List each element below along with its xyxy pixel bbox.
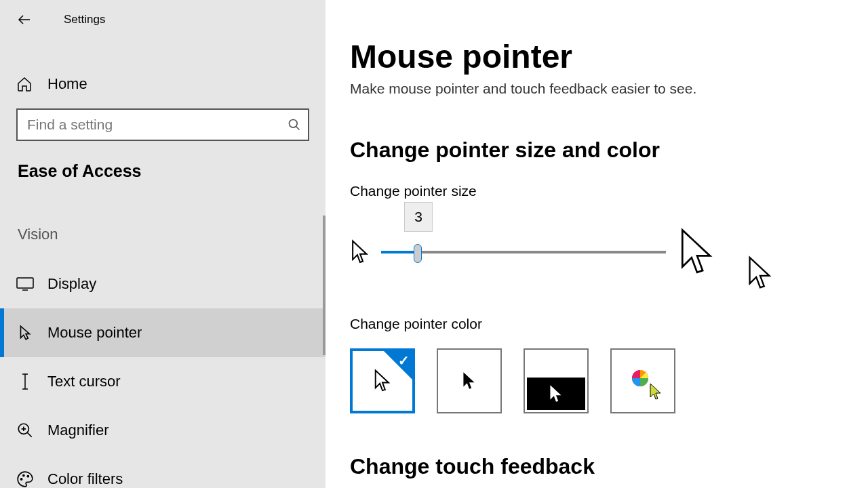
color-tile-custom[interactable] bbox=[610, 348, 675, 413]
color-options: ✓ bbox=[350, 348, 846, 413]
section-touch-feedback: Change touch feedback bbox=[350, 454, 846, 479]
section-size-color: Change pointer size and color bbox=[350, 138, 846, 163]
display-icon bbox=[16, 275, 34, 293]
app-title: Settings bbox=[64, 13, 105, 26]
sidebar-item-home[interactable]: Home bbox=[0, 65, 326, 103]
svg-point-3 bbox=[21, 479, 22, 480]
main-content: Mouse pointer Make mouse pointer and tou… bbox=[326, 0, 868, 488]
search-box bbox=[16, 108, 309, 141]
checkmark-icon: ✓ bbox=[398, 352, 410, 369]
nav-label: Text cursor bbox=[47, 373, 121, 390]
nav-label: Color filters bbox=[47, 470, 123, 488]
svg-rect-1 bbox=[17, 278, 33, 288]
slider-thumb[interactable] bbox=[414, 244, 422, 263]
small-cursor-icon bbox=[350, 239, 370, 265]
color-filters-icon bbox=[16, 470, 34, 488]
search-input[interactable] bbox=[16, 108, 309, 141]
slider-tooltip: 3 bbox=[404, 202, 433, 232]
size-label: Change pointer size bbox=[350, 183, 846, 199]
header: Settings bbox=[0, 5, 326, 34]
page-subtitle: Make mouse pointer and touch feedback ea… bbox=[350, 81, 846, 97]
sidebar-item-display[interactable]: Display bbox=[0, 260, 326, 308]
hover-cursor-icon bbox=[746, 255, 774, 291]
inverted-bg bbox=[527, 378, 585, 410]
svg-point-5 bbox=[27, 476, 28, 477]
text-cursor-icon bbox=[16, 373, 34, 390]
color-tile-inverted[interactable] bbox=[524, 348, 589, 413]
nav-label: Magnifier bbox=[47, 422, 108, 439]
sidebar-item-mouse-pointer[interactable]: Mouse pointer bbox=[0, 308, 326, 357]
magnifier-icon bbox=[16, 422, 34, 439]
back-button[interactable] bbox=[14, 9, 35, 30]
category-header: Ease of Access bbox=[0, 141, 326, 181]
home-icon bbox=[16, 76, 33, 92]
search-icon bbox=[288, 118, 301, 131]
home-label: Home bbox=[47, 75, 87, 93]
color-tile-white[interactable]: ✓ bbox=[350, 348, 415, 413]
settings-sidebar: Settings Home Ease of Access Vision Disp… bbox=[0, 0, 326, 488]
mouse-pointer-icon bbox=[16, 324, 34, 342]
color-tile-black[interactable] bbox=[437, 348, 502, 413]
sidebar-item-color-filters[interactable]: Color filters bbox=[0, 455, 326, 488]
large-cursor-icon bbox=[677, 226, 717, 278]
nav-label: Mouse pointer bbox=[47, 324, 142, 342]
svg-point-0 bbox=[290, 120, 298, 128]
page-title: Mouse pointer bbox=[350, 38, 846, 75]
sidebar-item-text-cursor[interactable]: Text cursor bbox=[0, 357, 326, 406]
pointer-size-slider[interactable]: 3 bbox=[381, 251, 666, 253]
sidebar-item-magnifier[interactable]: Magnifier bbox=[0, 406, 326, 455]
nav-list: Display Mouse pointer Text cursor Magnif… bbox=[0, 260, 326, 488]
subcategory-vision: Vision bbox=[0, 181, 326, 250]
nav-label: Display bbox=[47, 275, 96, 293]
color-label: Change pointer color bbox=[350, 316, 846, 332]
slider-fill bbox=[381, 251, 418, 253]
svg-point-4 bbox=[23, 475, 24, 476]
